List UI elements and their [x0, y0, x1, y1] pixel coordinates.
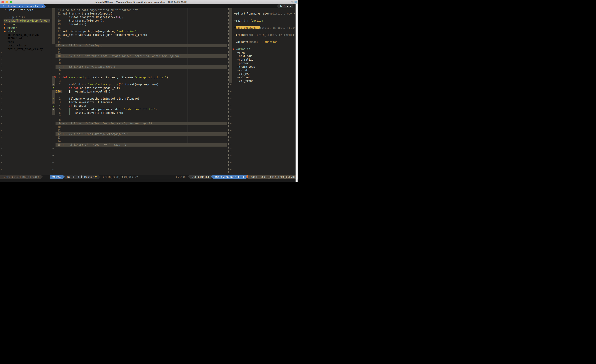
- code-token: os.path.exists(model_dir):: [78, 87, 122, 90]
- nerdtree-file-item[interactable]: train_cls.py: [0, 44, 50, 47]
- tagbar-token: +: [234, 26, 236, 29]
- close-button[interactable]: [1, 1, 4, 3]
- filler-tilde: ~: [229, 93, 296, 97]
- window-separator-left[interactable]: [50, 8, 52, 175]
- statusline: ~/Projects/deep_firearm NORMAL +8 ~3 -3 …: [0, 175, 296, 179]
- filler-tilde: ~: [0, 157, 50, 161]
- filler-tilde: ~: [0, 101, 50, 104]
- tagbar-tag-item[interactable]: +train_loss: [229, 65, 296, 69]
- tagbar-tag-item[interactable]: +best_mAP: [229, 54, 296, 58]
- gutter-sign: [52, 40, 55, 44]
- nerdtree-root-item[interactable]: </jdhao/Projects/deep_firear>: [0, 19, 50, 22]
- nerdtree-file-item[interactable]: tags: [0, 40, 50, 44]
- code-fold-line[interactable]: 13+-- 73 lines: def main():: [52, 44, 228, 47]
- code-line[interactable]: 6: [52, 69, 228, 72]
- tagbar-tag-item[interactable]: +train(model, train_loader, criterio>: [229, 33, 296, 37]
- code-fold-line[interactable]: 15+-- 2 lines: if __name__ == "__main__"…: [52, 143, 228, 146]
- code-text: src = os.path.join(model_dir, "model_bes…: [62, 108, 228, 111]
- filler-tilde: ~: [229, 143, 296, 146]
- code-line[interactable]: 18: [52, 26, 228, 29]
- tagbar-kind-label: variables: [234, 47, 250, 51]
- code-line[interactable]: 23# do not do data augmentation on valid…: [52, 8, 228, 12]
- code-line[interactable]: 19 normalize]): [52, 22, 228, 26]
- scrollbar-thumb[interactable]: [296, 179, 298, 182]
- buffers-label[interactable]: buffers: [279, 4, 293, 8]
- code-line[interactable]: 8: [52, 118, 228, 122]
- code-fold-line[interactable]: 7+-- 35 lines: def validate(model):: [52, 65, 228, 69]
- gutter-sign: [52, 22, 55, 26]
- code-line[interactable]: 12: [52, 47, 228, 51]
- code-line[interactable]: 15: [52, 37, 228, 40]
- tagbar-tag-item[interactable]: +parser: [229, 61, 296, 65]
- code-line[interactable]: 1: [52, 93, 228, 97]
- tagbar-tag-item[interactable]: +normalize: [229, 58, 296, 61]
- nerdtree-dir-item[interactable]: libs/: [0, 22, 50, 26]
- filler-tilde: ~: [229, 129, 296, 132]
- line-number: 18: [55, 26, 61, 29]
- truncation-marker: >: [293, 12, 295, 15]
- nerdtree-dir-item[interactable]: util/: [0, 29, 50, 33]
- tagbar-tag-item[interactable]: +val_set: [229, 76, 296, 79]
- code-line[interactable]: 13: [52, 136, 228, 139]
- nerdtree-dir-label: model/: [7, 26, 17, 29]
- tagbar-tag-item[interactable]: +adjust_learning_rate(optimizer, epo>: [229, 12, 296, 15]
- code-line[interactable]: 22val_trans = transforms.Compose([: [52, 12, 228, 15]
- code-line[interactable]: b4 if is_best:: [52, 104, 228, 108]
- gutter-gap: [61, 136, 62, 139]
- line-number: 21: [55, 15, 61, 19]
- nerdtree-file-item[interactable]: train_retr_from_cls.py: [0, 47, 50, 51]
- code-line[interactable]: 3: [52, 79, 228, 83]
- code-line[interactable]: 11: [52, 129, 228, 132]
- code-fold-line[interactable]: 12+-- 15 lines: class AverageMeter(objec…: [52, 132, 228, 136]
- code-line[interactable]: 11: [52, 51, 228, 54]
- tagbar-tag-item[interactable]: +args: [229, 51, 296, 54]
- tab-train-retr-from-cls[interactable]: 1. train_retr_from_cls.py: [0, 4, 44, 8]
- code-line[interactable]: 21 custom_transform.Resize(size=384),: [52, 15, 228, 19]
- code-line[interactable]: +2 filename = os.path.join(model_dir, fi…: [52, 97, 228, 101]
- code-line[interactable]: 17val_dir = os.path.join(args.data, "val…: [52, 29, 228, 33]
- nerdtree-file-item[interactable]: README.md: [0, 37, 50, 40]
- code-fold-line[interactable]: 9+-- 9 lines: def adjust_learning_rate(o…: [52, 122, 228, 125]
- code-fold-line[interactable]: 10+-- 50 lines: def train(model, train_l…: [52, 54, 228, 58]
- cursor-position-section: 86% ≡ 246/284 ㏑ : 5: [213, 175, 246, 179]
- nerdtree-dir-item[interactable]: model/: [0, 26, 50, 29]
- code-line[interactable]: 16val_set = QuerySet(root=val_dir, trans…: [52, 33, 228, 37]
- code-line[interactable]: 7: [52, 115, 228, 118]
- code-line[interactable]: 14: [52, 139, 228, 143]
- nerdtree-text-row[interactable]: .. (up a dir): [0, 15, 50, 19]
- tagbar-tag-item[interactable]: +val_dir: [229, 69, 296, 72]
- window-separator-right[interactable]: [228, 8, 229, 175]
- code-line[interactable]: a1 if not os.path.exists(model_dir):: [52, 86, 228, 90]
- tagbar-tag-item[interactable]: +save_checkpoint(state, is_best, fil>: [229, 26, 296, 29]
- code-line[interactable]: 20 transforms.ToTensor(),: [52, 19, 228, 22]
- code-line[interactable]: 5: [52, 72, 228, 76]
- tagbar-kind-variables[interactable]: ▼ variables: [229, 47, 296, 51]
- code-line[interactable]: 6 shutil.copyfile(filename, src): [52, 111, 228, 115]
- line-number: 5: [55, 108, 61, 111]
- code-line[interactable]: _34def save_checkpoint(state, is_best, f…: [52, 76, 228, 79]
- code-line[interactable]: 10: [52, 125, 228, 129]
- gutter-sign: [52, 54, 55, 58]
- minimize-button[interactable]: [6, 1, 8, 3]
- tagbar-tag-item[interactable]: +val_mAP: [229, 72, 296, 76]
- code-line[interactable]: +3 torch.save(state, filename): [52, 101, 228, 104]
- code-line[interactable]: 8: [52, 61, 228, 65]
- code-line[interactable]: ~5 src = os.path.join(model_dir, "model_…: [52, 108, 228, 111]
- code-line[interactable]: ~2 model_dir = "model/check_point/{}".fo…: [52, 83, 228, 86]
- code-text: [62, 51, 228, 54]
- code-line[interactable]: 246 os.makedirs(model_dir): [52, 90, 228, 93]
- tagbar-tag-item[interactable]: +val_trans: [229, 79, 296, 83]
- tagbar-tag-item[interactable]: +validate(model) : function: [229, 40, 296, 44]
- code-line[interactable]: 9: [52, 58, 228, 61]
- nerdtree-file-item[interactable]: benchmark_on_test.py: [0, 33, 50, 37]
- filler-tilde: ~: [0, 129, 50, 132]
- filler-tilde: ~: [0, 115, 50, 118]
- nerdtree-text-row[interactable]: " Press ? for help: [0, 8, 50, 12]
- filler-tilde: ~: [229, 86, 296, 90]
- command-line[interactable]: [0, 179, 296, 182]
- tagbar-tag-item[interactable]: +main() : function: [229, 19, 296, 22]
- filetype-indicator: python: [176, 175, 188, 179]
- zoom-button[interactable]: [10, 1, 12, 3]
- gutter-sign: [52, 8, 55, 12]
- code-line[interactable]: 14: [52, 40, 228, 44]
